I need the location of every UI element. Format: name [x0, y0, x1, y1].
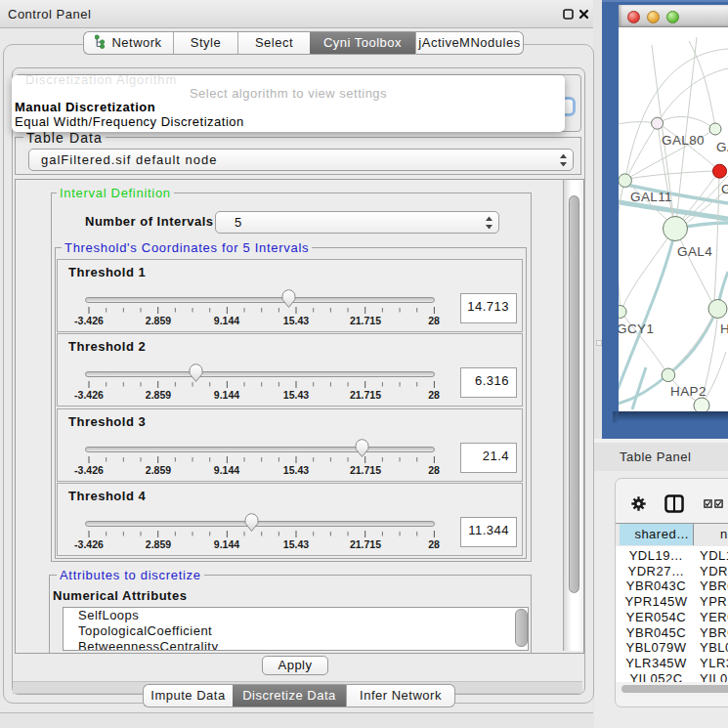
svg-text:GA: GA [716, 140, 728, 154]
svg-text:GAL4: GAL4 [677, 244, 712, 259]
svg-text:HAP2: HAP2 [670, 384, 707, 399]
svg-text:H: H [720, 321, 728, 336]
svg-text:GAL11: GAL11 [630, 190, 672, 204]
svg-text:GAL80: GAL80 [662, 133, 705, 148]
svg-text:C: C [721, 182, 728, 196]
svg-text:GCY1: GCY1 [619, 321, 654, 336]
